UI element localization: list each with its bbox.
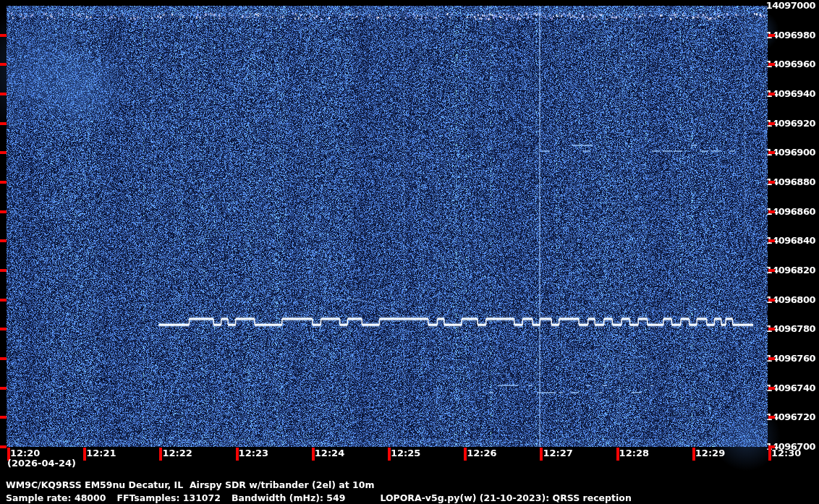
time-label: 12:29 — [695, 448, 725, 458]
time-label: 12:22 — [162, 448, 192, 458]
station-info-line: WM9C/KQ9RSS EM59nu Decatur, IL Airspy SD… — [6, 479, 375, 490]
time-label: 12:28 — [619, 448, 649, 458]
freq-tick-right — [768, 416, 775, 419]
capture-settings-line: Sample rate: 48000 FFTsamples: 131072 Ba… — [6, 492, 642, 503]
freq-tick-left — [0, 63, 7, 66]
time-label: 12:24 — [315, 448, 344, 458]
freq-tick-left — [0, 34, 7, 37]
freq-tick-left — [0, 151, 7, 154]
freq-tick-left — [0, 328, 7, 330]
freq-label: 14097000 — [766, 1, 815, 11]
freq-tick-right — [768, 63, 775, 66]
freq-tick-left — [0, 210, 7, 213]
freq-tick-left — [0, 357, 7, 360]
freq-tick-left — [0, 299, 7, 302]
date-label: (2026-04-24) — [7, 458, 76, 469]
freq-tick-right — [768, 151, 775, 154]
freq-tick-right — [768, 34, 775, 37]
qrss-grabber-screenshot: 1409700014096980140969601409694014096920… — [0, 0, 819, 504]
freq-tick-right — [768, 299, 775, 302]
freq-tick-left — [0, 387, 7, 390]
freq-tick-left — [0, 445, 7, 448]
time-label: 12:26 — [467, 448, 496, 458]
freq-tick-right — [768, 269, 775, 272]
spectrogram-canvas — [0, 0, 819, 504]
time-label: 12:20 — [10, 448, 40, 458]
freq-tick-left — [0, 93, 7, 95]
freq-tick-right — [768, 122, 775, 125]
freq-tick-left — [0, 181, 7, 184]
freq-tick-right — [768, 181, 775, 184]
freq-tick-right — [768, 357, 775, 360]
freq-tick-left — [0, 122, 7, 125]
time-label: 12:27 — [543, 448, 572, 458]
freq-tick-left — [0, 269, 7, 272]
freq-tick-right — [768, 210, 775, 213]
time-label: 12:25 — [391, 448, 420, 458]
freq-tick-right — [768, 239, 775, 242]
fft-samples-value: FFTsamples: 131072 — [116, 492, 221, 503]
time-label: 12:23 — [239, 448, 268, 458]
time-label: 12:30 — [771, 448, 801, 458]
bandwidth-value: Bandwidth (mHz): 549 — [232, 492, 345, 503]
time-label: 12:21 — [86, 448, 116, 458]
freq-tick-right — [768, 387, 775, 390]
freq-tick-left — [0, 239, 7, 242]
freq-tick-right — [768, 328, 775, 330]
sample-rate-value: Sample rate: 48000 — [6, 492, 106, 503]
freq-tick-right — [768, 93, 775, 95]
freq-tick-left — [0, 416, 7, 419]
software-version-label: LOPORA-v5g.py(w) (21-10-2023): QRSS rece… — [380, 492, 631, 503]
